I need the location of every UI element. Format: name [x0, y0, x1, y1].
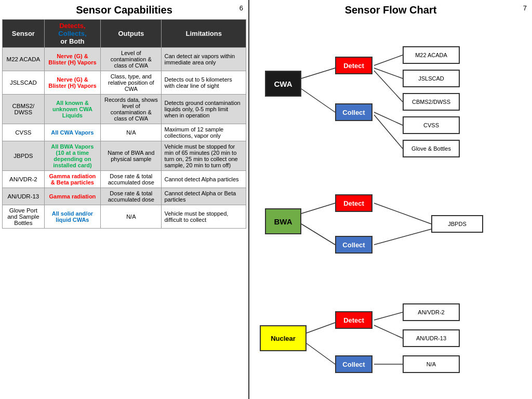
- outputs-cell: Name of BWA and physical sample: [101, 141, 162, 171]
- left-page-num: 6: [240, 4, 243, 12]
- svg-line-4: [374, 71, 403, 102]
- sensor-table: Sensor Detects, Collects, or Both Output…: [2, 19, 246, 229]
- bwa-box: BWA: [265, 208, 301, 234]
- sensor-name-cell: JSLSCAD: [3, 71, 45, 95]
- limits-cell: Vehicle must be stopped for min of 65 mi…: [162, 141, 246, 171]
- collect3-box: Collect: [335, 355, 373, 373]
- table-row: AN/UDR-13 Gamma radiation Dose rate & to…: [3, 188, 246, 205]
- svg-line-14: [374, 325, 403, 338]
- sensor-name-cell: AN/VDR-2: [3, 171, 45, 188]
- limits-cell: Cannot detect Alpha particles: [162, 171, 246, 188]
- limits-cell: Detects out to 5 kilometers with clear l…: [162, 71, 246, 95]
- detect1-box: Detect: [335, 57, 373, 74]
- outputs-cell: Dose rate & total accumulated dose: [101, 171, 162, 188]
- detects-cell: Nerve (G) & Blister (H) Vapors: [44, 48, 100, 71]
- table-row: JSLSCAD Nerve (G) & Blister (H) Vapors C…: [3, 71, 246, 95]
- col-sensor: Sensor: [3, 20, 45, 48]
- table-row: CVSS All CWA Vapors N/A Maximum of 12 sa…: [3, 124, 246, 141]
- jslscad-box: JSLSCAD: [403, 70, 460, 87]
- svg-line-9: [374, 203, 431, 224]
- na-box: N/A: [403, 355, 460, 373]
- detect3-box: Detect: [335, 311, 373, 329]
- anudr13-box: AN/UDR-13: [403, 329, 460, 347]
- right-panel: 7 Sensor Flow Chart: [249, 0, 532, 399]
- outputs-cell: Class, type, and relative position of CW…: [101, 71, 162, 95]
- svg-line-10: [374, 229, 431, 245]
- detects-cell: Nerve (G) & Blister (H) Vapors: [44, 71, 100, 95]
- detects-cell: Gamma radiation: [44, 188, 100, 205]
- limits-cell: Can detect air vapors within immediate a…: [162, 48, 246, 71]
- svg-line-5: [374, 112, 403, 125]
- col-outputs: Outputs: [101, 20, 162, 48]
- left-title: Sensor Capabilities: [2, 4, 246, 16]
- table-row: CBMS2/ DWSS All known & unknown CWA Liqu…: [3, 95, 246, 124]
- col-detects: Detects, Collects, or Both: [44, 20, 100, 48]
- outputs-cell: N/A: [101, 205, 162, 229]
- svg-line-1: [301, 89, 335, 112]
- outputs-cell: Records data, shows level of contaminati…: [101, 95, 162, 124]
- table-row: M22 ACADA Nerve (G) & Blister (H) Vapors…: [3, 48, 246, 71]
- svg-line-13: [374, 312, 403, 320]
- right-page-num: 7: [523, 4, 527, 12]
- svg-line-3: [374, 68, 403, 78]
- outputs-cell: Level of contamination & class of CWA: [101, 48, 162, 71]
- svg-line-2: [374, 55, 403, 65]
- detects-cell: All CWA Vapors: [44, 124, 100, 141]
- limits-cell: Maximum of 12 sample collections, vapor …: [162, 124, 246, 141]
- detects-cell: All solid and/or liquid CWAs: [44, 205, 100, 229]
- nuclear-box: Nuclear: [260, 325, 307, 351]
- svg-line-6: [374, 115, 403, 149]
- anvdr2-box: AN/VDR-2: [403, 303, 460, 321]
- jbpds-box: JBPDS: [431, 215, 483, 233]
- left-panel: 6 Sensor Capabilities Sensor Detects, Co…: [0, 0, 249, 399]
- limits-cell: Vehicle must be stopped, difficult to co…: [162, 205, 246, 229]
- cwa-box: CWA: [265, 71, 301, 97]
- table-row: Glove Port and Sample Bottles All solid …: [3, 205, 246, 229]
- detect2-box: Detect: [335, 194, 373, 212]
- m22-box: M22 ACADA: [403, 46, 460, 64]
- svg-line-7: [301, 203, 335, 214]
- cvss-box: CVSS: [403, 116, 460, 134]
- table-row: AN/VDR-2 Gamma radiation & Beta particle…: [3, 171, 246, 188]
- detects-cell: All BWA Vapors (10 at a time depending o…: [44, 141, 100, 171]
- cbms2-box: CBMS2/DWSS: [403, 93, 460, 111]
- svg-line-11: [307, 323, 335, 333]
- collect1-box: Collect: [335, 103, 373, 121]
- svg-line-8: [301, 224, 335, 245]
- svg-line-0: [301, 68, 335, 78]
- outputs-cell: N/A: [101, 124, 162, 141]
- limits-cell: Cannot detect Alpha or Beta particles: [162, 188, 246, 205]
- col-limitations: Limitations: [162, 20, 246, 48]
- detects-cell: Gamma radiation & Beta particles: [44, 171, 100, 188]
- collect2-box: Collect: [335, 236, 373, 254]
- glove-box: Glove & Bottles: [403, 140, 460, 157]
- detects-cell: All known & unknown CWA Liquids: [44, 95, 100, 124]
- sensor-name-cell: CVSS: [3, 124, 45, 141]
- sensor-name-cell: Glove Port and Sample Bottles: [3, 205, 45, 229]
- sensor-name-cell: JBPDS: [3, 141, 45, 171]
- limits-cell: Detects ground contamination liquids onl…: [162, 95, 246, 124]
- sensor-name-cell: AN/UDR-13: [3, 188, 45, 205]
- right-title: Sensor Flow Chart: [255, 4, 527, 16]
- svg-line-12: [307, 343, 335, 364]
- table-row: JBPDS All BWA Vapors (10 at a time depen…: [3, 141, 246, 171]
- flowchart: CWA Detect Collect M22 ACADA JSLSCAD CBM…: [255, 21, 527, 390]
- outputs-cell: Dose rate & total accumulated dose: [101, 188, 162, 205]
- sensor-name-cell: CBMS2/ DWSS: [3, 95, 45, 124]
- sensor-name-cell: M22 ACADA: [3, 48, 45, 71]
